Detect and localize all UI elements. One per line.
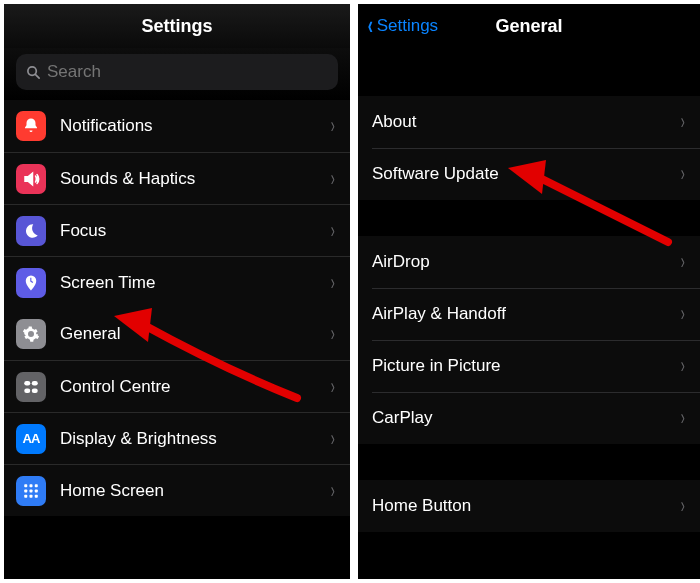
row-label: AirDrop xyxy=(372,252,679,272)
chevron-left-icon: ‹ xyxy=(368,10,373,41)
control-centre-icon xyxy=(16,372,46,402)
chevron-right-icon: › xyxy=(680,405,684,431)
page-title: Settings xyxy=(4,4,350,48)
row-label: AirPlay & Handoff xyxy=(372,304,679,324)
chevron-right-icon: › xyxy=(680,493,684,519)
svg-rect-6 xyxy=(24,484,27,487)
svg-rect-11 xyxy=(35,489,38,492)
chevron-right-icon: › xyxy=(680,353,684,379)
group-gap xyxy=(358,200,700,236)
row-label: Notifications xyxy=(60,116,329,136)
settings-screen: Settings Notifications › Sounds & Haptic… xyxy=(4,4,350,579)
row-label: Screen Time xyxy=(60,273,329,293)
row-label: Picture in Picture xyxy=(372,356,679,376)
row-about[interactable]: About › xyxy=(358,96,700,148)
row-general[interactable]: General › xyxy=(4,308,350,360)
svg-rect-9 xyxy=(24,489,27,492)
row-label: Home Button xyxy=(372,496,679,516)
chevron-right-icon: › xyxy=(680,249,684,275)
row-label: Focus xyxy=(60,221,329,241)
svg-rect-4 xyxy=(24,388,30,393)
chevron-right-icon: › xyxy=(680,109,684,135)
group-gap xyxy=(358,444,700,480)
row-label: General xyxy=(60,324,329,344)
row-control-centre[interactable]: Control Centre › xyxy=(4,360,350,412)
general-group-1: About › Software Update › xyxy=(358,96,700,200)
row-sounds-haptics[interactable]: Sounds & Haptics › xyxy=(4,152,350,204)
row-label: CarPlay xyxy=(372,408,679,428)
row-notifications[interactable]: Notifications › xyxy=(4,100,350,152)
row-airplay-handoff[interactable]: AirPlay & Handoff › xyxy=(358,288,700,340)
row-label: Display & Brightness xyxy=(60,429,329,449)
chevron-right-icon: › xyxy=(330,270,334,296)
group-gap xyxy=(358,48,700,96)
row-picture-in-picture[interactable]: Picture in Picture › xyxy=(358,340,700,392)
search-icon xyxy=(26,64,41,80)
chevron-right-icon: › xyxy=(330,218,334,244)
home-screen-icon xyxy=(16,476,46,506)
svg-line-1 xyxy=(36,74,40,78)
search-wrap xyxy=(4,48,350,100)
chevron-right-icon: › xyxy=(680,161,684,187)
row-label: Home Screen xyxy=(60,481,329,501)
page-title: General xyxy=(495,16,562,37)
row-home-button[interactable]: Home Button › xyxy=(358,480,700,532)
row-label: Software Update xyxy=(372,164,679,184)
settings-group-2: General › Control Centre › AA Display & … xyxy=(4,308,350,516)
screen-time-icon xyxy=(16,268,46,298)
search-field[interactable] xyxy=(16,54,338,90)
svg-rect-2 xyxy=(24,381,30,386)
svg-rect-14 xyxy=(35,494,38,497)
row-screen-time[interactable]: Screen Time › xyxy=(4,256,350,308)
focus-icon xyxy=(16,216,46,246)
svg-rect-13 xyxy=(30,494,33,497)
row-label: Control Centre xyxy=(60,377,329,397)
chevron-right-icon: › xyxy=(330,478,334,504)
nav-header: ‹ Settings General xyxy=(358,4,700,48)
svg-rect-3 xyxy=(32,381,38,386)
display-icon: AA xyxy=(16,424,46,454)
svg-rect-5 xyxy=(32,388,38,393)
row-display-brightness[interactable]: AA Display & Brightness › xyxy=(4,412,350,464)
settings-group-1: Notifications › Sounds & Haptics › Focus… xyxy=(4,100,350,308)
chevron-right-icon: › xyxy=(680,301,684,327)
search-input[interactable] xyxy=(47,62,328,82)
svg-rect-8 xyxy=(35,484,38,487)
row-carplay[interactable]: CarPlay › xyxy=(358,392,700,444)
general-group-2: AirDrop › AirPlay & Handoff › Picture in… xyxy=(358,236,700,444)
chevron-right-icon: › xyxy=(330,374,334,400)
general-icon xyxy=(16,319,46,349)
row-airdrop[interactable]: AirDrop › xyxy=(358,236,700,288)
back-label: Settings xyxy=(377,16,438,36)
back-button[interactable]: ‹ Settings xyxy=(366,12,438,41)
sounds-icon xyxy=(16,164,46,194)
row-software-update[interactable]: Software Update › xyxy=(358,148,700,200)
row-home-screen[interactable]: Home Screen › xyxy=(4,464,350,516)
row-label: About xyxy=(372,112,679,132)
svg-rect-7 xyxy=(30,484,33,487)
general-group-3: Home Button › xyxy=(358,480,700,532)
general-screen: ‹ Settings General About › Software Upda… xyxy=(358,4,700,579)
chevron-right-icon: › xyxy=(330,166,334,192)
row-focus[interactable]: Focus › xyxy=(4,204,350,256)
chevron-right-icon: › xyxy=(330,321,334,347)
chevron-right-icon: › xyxy=(330,426,334,452)
svg-rect-12 xyxy=(24,494,27,497)
svg-rect-10 xyxy=(30,489,33,492)
row-label: Sounds & Haptics xyxy=(60,169,329,189)
chevron-right-icon: › xyxy=(330,113,334,139)
notifications-icon xyxy=(16,111,46,141)
